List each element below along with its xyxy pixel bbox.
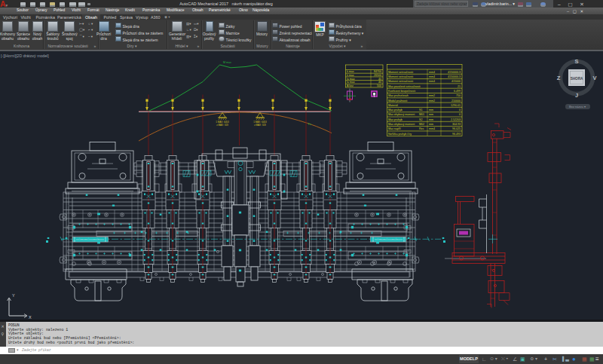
svg-text:2.52203: 2.52203: [451, 118, 461, 121]
svg-text:mm: mm: [429, 113, 433, 116]
svg-text:z MAX: 323: z MAX: 323: [254, 124, 266, 127]
svg-text:Modul pružnosti: Modul pružnosti: [388, 99, 408, 102]
svg-text:96.025: 96.025: [452, 127, 461, 130]
svg-text:415000: 415000: [451, 80, 461, 83]
svg-text:26500: 26500: [374, 74, 381, 77]
svg-text:4150000.3: 4150000.3: [448, 75, 461, 78]
svg-text:0: 0: [459, 113, 461, 116]
svg-text:mm2: mm2: [429, 94, 435, 97]
svg-text:40: 40: [378, 81, 381, 84]
svg-text:Max průhyb: Max průhyb: [388, 109, 403, 112]
svg-text:M02: M02: [419, 123, 424, 126]
svg-text:M01: M01: [419, 113, 424, 116]
svg-text:304.93: 304.93: [452, 123, 461, 126]
svg-text:Res: Res: [419, 127, 424, 130]
svg-text:Max ohybový moment: Max ohybový moment: [388, 123, 415, 126]
svg-text:Z: Z: [557, 75, 561, 81]
svg-text:mm: mm: [429, 109, 433, 112]
svg-text:Max ohybový moment: Max ohybový moment: [388, 113, 415, 116]
svg-text:mm4: mm4: [429, 71, 435, 74]
svg-text:mm: mm: [429, 118, 433, 121]
svg-text:J: J: [575, 92, 578, 99]
svg-text:0: 0: [459, 109, 461, 112]
svg-text:SHORA: SHORA: [571, 77, 583, 81]
svg-text:Max povolené setrvačnosti: Max povolené setrvačnosti: [388, 85, 421, 88]
svg-text:k max: k max: [347, 70, 354, 73]
svg-text:210000: 210000: [451, 99, 461, 102]
svg-text:M max: M max: [223, 61, 231, 64]
svg-text:Koeficient bezpečnosti: Koeficient bezpečnosti: [388, 90, 415, 93]
svg-text:750: 750: [456, 94, 461, 97]
svg-text:V: V: [592, 75, 596, 81]
svg-text:[-][Horní][2D drátový model]: [-][Horní][2D drátový model]: [1, 54, 49, 58]
svg-text:k max: k max: [347, 74, 354, 77]
svg-text:Max průhyb: Max průhyb: [388, 118, 403, 121]
svg-text:21: 21: [458, 85, 461, 88]
svg-text:A kez: A kez: [347, 84, 354, 87]
svg-text:1290.01: 1290.01: [451, 104, 461, 107]
svg-text:mm2: mm2: [429, 99, 435, 102]
svg-text:S: S: [574, 58, 578, 65]
svg-text:S1: S1: [419, 109, 422, 112]
svg-text:40: 40: [378, 78, 381, 81]
svg-text:Materiál: Materiál: [388, 104, 398, 107]
svg-text:mm: mm: [429, 123, 433, 126]
svg-text:Bez názvu ▾: Bez názvu ▾: [569, 105, 586, 109]
svg-text:z MAX: 323: z MAX: 323: [216, 124, 228, 127]
svg-text:84700: 84700: [374, 70, 381, 73]
svg-text:Fz: Fz: [308, 123, 311, 126]
svg-text:mm4: mm4: [429, 75, 435, 78]
svg-text:Moment setrvačnosti: Moment setrvačnosti: [388, 71, 413, 74]
svg-text:S2: S2: [419, 118, 422, 121]
svg-text:mm4: mm4: [429, 80, 435, 83]
svg-text:96.493: 96.493: [452, 133, 461, 136]
svg-text:lu max: lu max: [347, 81, 355, 84]
svg-text:Max průřez/osah: Max průřez/osah: [388, 94, 409, 97]
svg-text:Moment setrvačnosti: Moment setrvačnosti: [388, 80, 413, 83]
svg-text:Nořížka průhyb číry: Nořížka průhyb číry: [388, 133, 412, 136]
svg-text:Y: Y: [12, 293, 15, 298]
svg-text:Max naplří: Max naplří: [388, 127, 401, 130]
svg-text:mm4: mm4: [429, 127, 435, 130]
svg-text:Moment setrvačnosti: Moment setrvačnosti: [388, 75, 413, 78]
svg-text:4150000.3: 4150000.3: [448, 71, 461, 74]
svg-text:500: 500: [377, 84, 381, 87]
svg-text:6.499: 6.499: [454, 90, 461, 93]
svg-text:lu max: lu max: [347, 78, 355, 81]
